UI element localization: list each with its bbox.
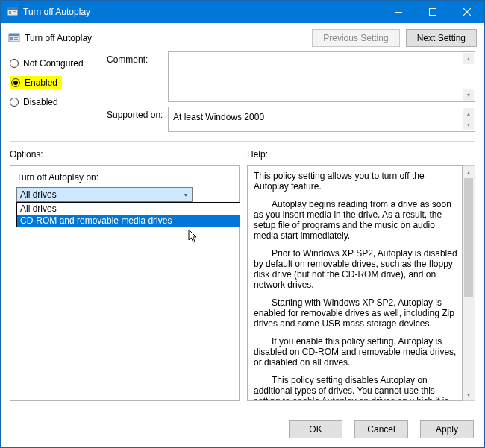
maximize-button[interactable] bbox=[416, 1, 450, 23]
dropdown-option-cdrom-removable[interactable]: CD-ROM and removable media drives bbox=[17, 215, 240, 227]
dialog-button-bar: OK Cancel Apply bbox=[1, 413, 484, 447]
svg-rect-3 bbox=[13, 11, 16, 12]
svg-rect-9 bbox=[10, 37, 13, 40]
svg-rect-6 bbox=[430, 9, 436, 16]
svg-rect-2 bbox=[9, 11, 11, 14]
radio-icon bbox=[10, 98, 19, 107]
ok-button[interactable]: OK bbox=[289, 420, 342, 438]
mouse-cursor-icon bbox=[188, 229, 200, 244]
header-row: Turn off Autoplay Previous Setting Next … bbox=[1, 23, 484, 47]
dropdown-option-all-drives[interactable]: All drives bbox=[17, 203, 240, 215]
help-scrollbar[interactable]: ▴ ▾ bbox=[463, 165, 475, 401]
policy-header-icon bbox=[8, 32, 20, 44]
help-paragraph: Prior to Windows XP SP2, Autoplay is dis… bbox=[254, 248, 457, 290]
help-paragraph: This policy setting disables Autoplay on… bbox=[254, 375, 457, 401]
help-paragraph: This policy setting allows you to turn o… bbox=[254, 171, 457, 192]
comment-textarea[interactable]: ▴ ▾ bbox=[168, 51, 475, 102]
page-title: Turn off Autoplay bbox=[25, 33, 92, 43]
next-setting-button[interactable]: Next Setting bbox=[406, 29, 477, 47]
scroll-up-icon[interactable]: ▴ bbox=[463, 53, 474, 64]
supported-on-box: At least Windows 2000 ▴ ▾ bbox=[168, 107, 475, 132]
options-section-label: Options: bbox=[10, 149, 247, 160]
help-paragraph: Starting with Windows XP SP2, Autoplay i… bbox=[254, 297, 457, 329]
gpedit-policy-icon bbox=[7, 6, 19, 18]
divider bbox=[10, 141, 475, 142]
scroll-down-icon[interactable]: ▾ bbox=[463, 119, 474, 130]
radio-icon bbox=[10, 59, 19, 68]
dropdown-selected[interactable]: All drives ▾ bbox=[16, 187, 193, 202]
dropdown-listbox[interactable]: All drives CD-ROM and removable media dr… bbox=[16, 202, 240, 227]
svg-rect-11 bbox=[14, 39, 18, 40]
window-title: Turn off Autoplay bbox=[23, 7, 381, 17]
previous-setting-button: Previous Setting bbox=[312, 29, 399, 47]
dropdown-selected-text: All drives bbox=[20, 189, 57, 200]
svg-rect-8 bbox=[9, 34, 19, 36]
svg-rect-10 bbox=[14, 37, 18, 38]
titlebar: Turn off Autoplay bbox=[1, 1, 484, 23]
radio-label: Disabled bbox=[23, 97, 58, 107]
svg-rect-1 bbox=[7, 7, 18, 10]
radio-label: Enabled bbox=[25, 78, 57, 88]
help-panel: This policy setting allows you to turn o… bbox=[247, 165, 463, 401]
radio-label: Not Configured bbox=[23, 58, 84, 69]
svg-rect-5 bbox=[395, 12, 402, 13]
comment-scroll[interactable]: ▴ ▾ bbox=[463, 53, 474, 101]
chevron-down-icon[interactable]: ▾ bbox=[180, 188, 192, 201]
comment-label: Comment: bbox=[107, 51, 168, 65]
scroll-up-icon[interactable]: ▴ bbox=[463, 108, 474, 119]
supported-label: Supported on: bbox=[107, 107, 168, 120]
close-button[interactable] bbox=[450, 1, 484, 23]
scroll-thumb[interactable] bbox=[464, 178, 473, 297]
dropdown-label: Turn off Autoplay on: bbox=[16, 172, 233, 183]
radio-icon bbox=[11, 78, 20, 87]
options-panel: Turn off Autoplay on: All drives ▾ All d… bbox=[10, 165, 240, 401]
supported-scroll[interactable]: ▴ ▾ bbox=[463, 108, 474, 130]
help-paragraph: If you enable this policy setting, Autop… bbox=[254, 336, 457, 367]
radio-enabled[interactable]: Enabled bbox=[10, 74, 107, 92]
cancel-button[interactable]: Cancel bbox=[354, 420, 408, 438]
svg-rect-4 bbox=[13, 13, 16, 13]
scroll-up-icon[interactable]: ▴ bbox=[463, 166, 475, 178]
apply-button[interactable]: Apply bbox=[420, 420, 474, 438]
minimize-button[interactable] bbox=[381, 1, 416, 23]
help-paragraph: Autoplay begins reading from a drive as … bbox=[254, 199, 457, 241]
radio-disabled[interactable]: Disabled bbox=[10, 93, 107, 111]
help-section-label: Help: bbox=[247, 149, 268, 160]
dialog-window: Turn off Autoplay Turn off Autoplay Prev… bbox=[0, 0, 485, 448]
state-radio-group: Not Configured Enabled Disabled bbox=[10, 51, 107, 136]
scroll-down-icon[interactable]: ▾ bbox=[463, 388, 475, 400]
supported-on-value: At least Windows 2000 bbox=[173, 112, 264, 122]
radio-not-configured[interactable]: Not Configured bbox=[10, 54, 107, 72]
scroll-down-icon[interactable]: ▾ bbox=[463, 89, 474, 101]
scroll-track[interactable] bbox=[463, 178, 475, 388]
autoplay-drives-dropdown[interactable]: All drives ▾ All drives CD-ROM and remov… bbox=[16, 187, 233, 202]
